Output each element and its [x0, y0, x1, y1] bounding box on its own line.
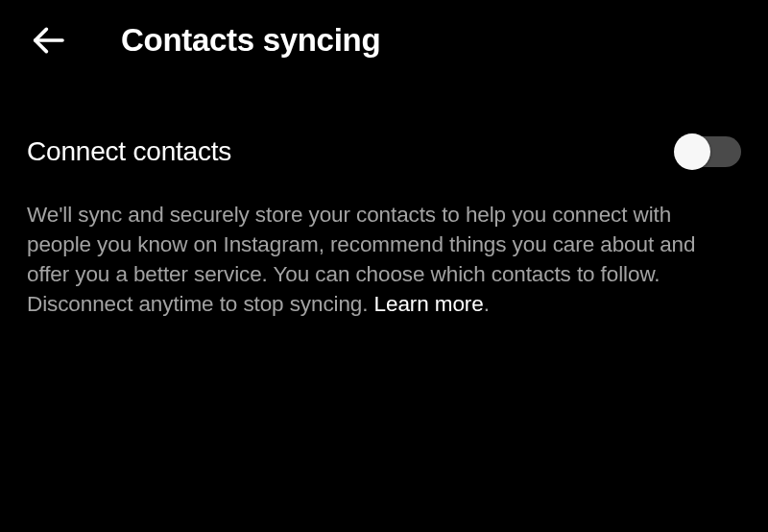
connect-contacts-toggle[interactable] — [678, 136, 741, 167]
back-button[interactable] — [29, 21, 67, 60]
connect-contacts-label: Connect contacts — [27, 136, 231, 167]
description-period: . — [484, 292, 490, 316]
main-content: Connect contacts We'll sync and securely… — [0, 60, 768, 319]
header: Contacts syncing — [0, 0, 768, 60]
description-text: We'll sync and securely store your conta… — [27, 203, 695, 316]
page-title: Contacts syncing — [121, 22, 380, 59]
arrow-left-icon — [29, 21, 67, 60]
learn-more-link[interactable]: Learn more — [374, 292, 484, 316]
connect-contacts-description: We'll sync and securely store your conta… — [27, 200, 741, 319]
connect-contacts-row: Connect contacts — [27, 136, 741, 167]
toggle-knob — [674, 133, 710, 170]
